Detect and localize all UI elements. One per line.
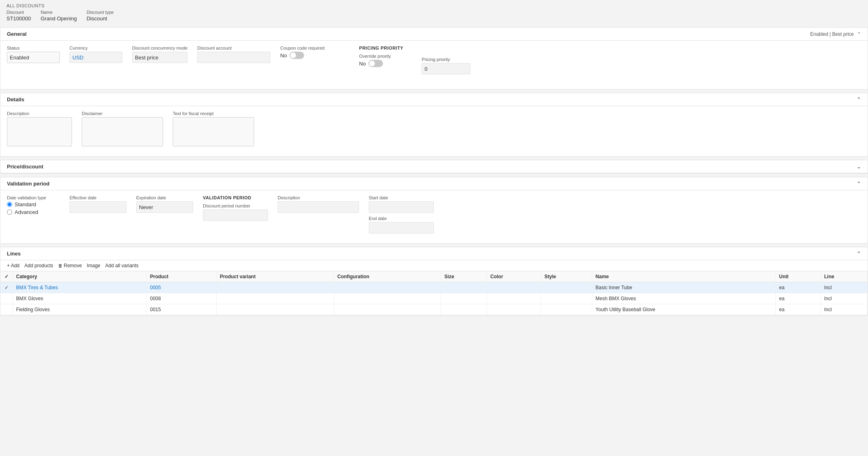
- row-check: [0, 293, 13, 304]
- expiration-date-value: Never: [136, 201, 193, 213]
- coupon-toggle[interactable]: [289, 52, 304, 59]
- row-check: [0, 304, 13, 315]
- cell-product: 0008: [147, 293, 217, 304]
- cell-color: [487, 304, 541, 315]
- end-date-label: End date: [369, 216, 434, 221]
- add-products-button[interactable]: Add products: [24, 263, 53, 268]
- add-button[interactable]: + Add: [7, 263, 20, 268]
- col-line: Line: [821, 271, 868, 282]
- currency-label: Currency: [70, 46, 122, 50]
- effective-date-label: Effective date: [70, 195, 126, 200]
- cell-name: Basic Inner Tube: [592, 282, 775, 293]
- validation-period-sub: VALIDATION PERIOD Discount period number: [203, 195, 268, 233]
- fiscal-input[interactable]: [173, 117, 254, 146]
- remove-label: Remove: [64, 263, 82, 268]
- concurrency-field: Discount concurrency mode Best price: [132, 46, 187, 79]
- description-field: Description: [7, 111, 72, 146]
- cell-size: [441, 304, 487, 315]
- discount-period-value: [203, 209, 268, 221]
- col-style: Style: [541, 271, 592, 282]
- cell-size: [441, 293, 487, 304]
- header-discount-type-label: Discount type: [87, 10, 114, 15]
- cell-category: Fielding Gloves: [13, 304, 147, 315]
- cell-configuration: [334, 282, 441, 293]
- account-label: Discount account: [197, 46, 270, 50]
- status-select[interactable]: Enabled Disabled: [7, 52, 60, 63]
- vp-description-field: Description: [278, 195, 359, 233]
- disclaimer-input[interactable]: [82, 117, 163, 146]
- cell-line: Incl: [821, 282, 868, 293]
- coupon-field: Coupon code required No: [280, 46, 333, 79]
- validation-period-header[interactable]: Validation period ⌃: [0, 177, 868, 190]
- account-field: Discount account: [197, 46, 270, 79]
- concurrency-label: Discount concurrency mode: [132, 46, 187, 50]
- priority-label: Pricing priority: [422, 57, 474, 62]
- remove-button[interactable]: 🗑 Remove: [58, 263, 82, 268]
- coupon-value: No: [280, 52, 287, 59]
- details-section-body: Description Disclaimer Text for fiscal r…: [0, 106, 868, 156]
- standard-radio-item: Standard: [7, 201, 60, 207]
- lines-toolbar: + Add Add products 🗑 Remove Image Add al…: [0, 260, 868, 271]
- validation-period-body: Date validation type Standard Advanced E…: [0, 190, 868, 243]
- lines-section: Lines ⌃ + Add Add products 🗑 Remove Imag…: [0, 247, 868, 316]
- cell-category: BMX Gloves: [13, 293, 147, 304]
- col-size: Size: [441, 271, 487, 282]
- validation-period-section: Validation period ⌃ Date validation type…: [0, 177, 868, 244]
- details-section-header[interactable]: Details ⌃: [0, 93, 868, 106]
- details-section: Details ⌃ Description Disclaimer Text fo…: [0, 93, 868, 157]
- cell-unit: ea: [776, 304, 821, 315]
- table-row[interactable]: Fielding Gloves0015Youth Utility Basebal…: [0, 304, 868, 315]
- cell-name: Youth Utility Baseball Glove: [592, 304, 775, 315]
- start-date-label: Start date: [369, 195, 434, 200]
- cell-product_variant: [216, 282, 334, 293]
- header-discount-type-field: Discount type Discount: [87, 10, 114, 22]
- cell-unit: ea: [776, 293, 821, 304]
- add-all-variants-button[interactable]: Add all variants: [105, 263, 139, 268]
- row-check: ✓: [0, 282, 13, 293]
- price-discount-section: Price/discount ⌄: [0, 160, 868, 174]
- status-label: Status: [7, 46, 60, 50]
- coupon-label: Coupon code required: [280, 46, 333, 50]
- price-discount-header[interactable]: Price/discount ⌄: [0, 160, 868, 173]
- start-date-value: [369, 201, 434, 213]
- standard-radio[interactable]: [7, 202, 12, 207]
- header-discount-type-value: Discount: [87, 15, 114, 22]
- col-unit: Unit: [776, 271, 821, 282]
- table-row[interactable]: BMX Gloves0008Mesh BMX GloveseaIncl: [0, 293, 868, 304]
- general-section-body: Status Enabled Disabled Currency USD Dis…: [0, 41, 868, 89]
- col-product-variant: Product variant: [216, 271, 334, 282]
- pricing-priority-row: Override priority No Pricing priority 0: [359, 54, 474, 74]
- lines-table-body: ✓BMX Tires & Tubes0005Basic Inner Tubeea…: [0, 282, 868, 315]
- col-name: Name: [592, 271, 775, 282]
- expiration-date-field: Expiration date Never: [136, 195, 193, 233]
- description-input[interactable]: [7, 117, 72, 146]
- fiscal-field: Text for fiscal receipt: [173, 111, 254, 146]
- priority-value: 0: [422, 63, 470, 74]
- date-range-field: Start date End date: [369, 195, 434, 233]
- standard-label: Standard: [15, 201, 36, 207]
- image-button[interactable]: Image: [87, 263, 100, 268]
- cell-color: [487, 293, 541, 304]
- lines-section-header[interactable]: Lines ⌃: [0, 247, 868, 260]
- concurrency-value: Best price: [132, 52, 187, 63]
- cell-configuration: [334, 304, 441, 315]
- coupon-toggle-wrap: No: [280, 52, 333, 59]
- override-toggle[interactable]: [368, 60, 383, 67]
- fiscal-label: Text for fiscal receipt: [173, 111, 254, 116]
- validation-period-sub-title: VALIDATION PERIOD: [203, 195, 268, 200]
- advanced-label: Advanced: [15, 209, 38, 215]
- effective-date-value: [70, 201, 126, 213]
- cell-line: Incl: [821, 304, 868, 315]
- lines-header-row: ✓ Category Product Product variant Confi…: [0, 271, 868, 282]
- discount-period-label: Discount period number: [203, 203, 268, 208]
- header-fields: Discount ST100000 Name Grand Opening Dis…: [7, 10, 861, 22]
- override-value: No: [359, 61, 366, 67]
- cell-style: [541, 282, 592, 293]
- table-row[interactable]: ✓BMX Tires & Tubes0005Basic Inner Tubeea…: [0, 282, 868, 293]
- pricing-priority-title: PRICING PRIORITY: [359, 46, 474, 50]
- lines-chevron-icon: ⌃: [857, 251, 861, 257]
- details-form-row: Description Disclaimer Text for fiscal r…: [7, 111, 861, 146]
- validation-period-chevron-icon: ⌃: [857, 181, 861, 187]
- advanced-radio[interactable]: [7, 209, 12, 215]
- general-section-header[interactable]: General Enabled | Best price ⌃: [0, 28, 868, 41]
